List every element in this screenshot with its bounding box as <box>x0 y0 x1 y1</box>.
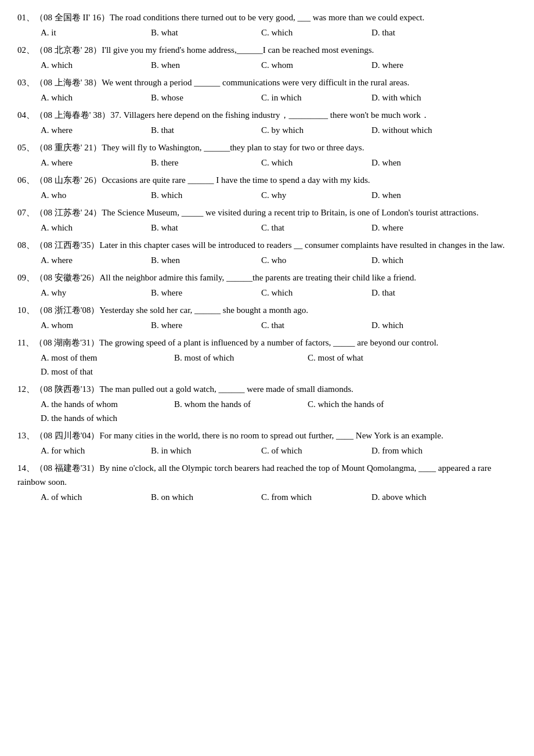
option-14-2: C. from which <box>261 490 366 504</box>
option-14-1: B. on which <box>151 490 255 504</box>
option-11-2: C. most of what <box>308 351 435 365</box>
question-text-11: 11、（08 湖南卷'31）The growing speed of a pla… <box>17 336 517 350</box>
option-09-1: B. where <box>151 286 255 300</box>
option-12-1: B. whom the hands of <box>174 397 302 411</box>
option-05-0: A. where <box>41 156 145 170</box>
option-04-3: D. without which <box>371 123 476 137</box>
question-block-13: 13、（08 四川卷'04）For many cities in the wor… <box>17 429 517 458</box>
option-13-2: C. of which <box>261 444 366 458</box>
option-02-1: B. when <box>151 58 255 72</box>
option-06-3: D. when <box>371 188 476 202</box>
option-02-3: D. where <box>371 58 476 72</box>
question-text-05: 05、（08 重庆卷' 21）They will fly to Washingt… <box>17 141 517 154</box>
option-07-3: D. where <box>371 221 476 235</box>
question-block-01: 01、（08 全国卷 II' 16）The road conditions th… <box>17 10 517 39</box>
question-block-14: 14、（08 福建卷'31）By nine o'clock, all the O… <box>17 461 517 504</box>
question-block-11: 11、（08 湖南卷'31）The growing speed of a pla… <box>17 336 517 379</box>
option-08-0: A. where <box>41 253 145 267</box>
option-12-3: D. the hands of which <box>41 411 168 425</box>
options-row-09: A. whyB. whereC. whichD. that <box>17 286 517 300</box>
option-08-3: D. which <box>371 253 476 267</box>
option-02-2: C. whom <box>261 58 366 72</box>
option-13-3: D. from which <box>371 444 476 458</box>
option-01-0: A. it <box>41 26 145 39</box>
options-row-06: A. whoB. whichC. whyD. when <box>17 188 517 202</box>
option-04-1: B. that <box>151 123 255 137</box>
options-row-12: A. the hands of whomB. whom the hands of… <box>17 397 517 425</box>
question-text-13: 13、（08 四川卷'04）For many cities in the wor… <box>17 429 517 442</box>
option-06-2: C. why <box>261 188 366 202</box>
options-row-02: A. whichB. whenC. whomD. where <box>17 58 517 72</box>
question-text-02: 02、（08 北京卷' 28）I'll give you my friend's… <box>17 43 517 57</box>
question-block-10: 10、（08 浙江卷'08）Yesterday she sold her car… <box>17 303 517 332</box>
option-01-2: C. which <box>261 26 366 39</box>
question-block-05: 05、（08 重庆卷' 21）They will fly to Washingt… <box>17 141 517 170</box>
option-10-3: D. which <box>371 318 476 332</box>
option-03-2: C. in which <box>261 91 366 105</box>
question-block-08: 08、（08 江西卷'35）Later in this chapter case… <box>17 238 517 267</box>
options-row-13: A. for whichB. in whichC. of whichD. fro… <box>17 444 517 458</box>
option-06-0: A. who <box>41 188 145 202</box>
options-row-11: A. most of themB. most of whichC. most o… <box>17 351 517 379</box>
options-row-05: A. whereB. thereC. whichD. when <box>17 156 517 170</box>
option-02-0: A. which <box>41 58 145 72</box>
options-row-10: A. whomB. whereC. thatD. which <box>17 318 517 332</box>
question-block-12: 12、（08 陕西卷'13）The man pulled out a gold … <box>17 382 517 425</box>
option-05-1: B. there <box>151 156 255 170</box>
option-10-1: B. where <box>151 318 255 332</box>
question-text-04: 04、（08 上海春卷' 38）37. Villagers here depen… <box>17 108 517 122</box>
options-row-14: A. of whichB. on whichC. from whichD. ab… <box>17 490 517 504</box>
option-04-0: A. where <box>41 123 145 137</box>
option-10-2: C. that <box>261 318 366 332</box>
question-text-03: 03、（08 上海卷' 38）We went through a period … <box>17 75 517 89</box>
option-01-1: B. what <box>151 26 255 39</box>
option-13-1: B. in which <box>151 444 255 458</box>
option-04-2: C. by which <box>261 123 366 137</box>
option-11-3: D. most of that <box>41 365 168 379</box>
question-text-10: 10、（08 浙江卷'08）Yesterday she sold her car… <box>17 303 517 317</box>
questions-container: 01、（08 全国卷 II' 16）The road conditions th… <box>17 10 517 504</box>
option-11-1: B. most of which <box>174 351 302 365</box>
question-text-07: 07、（08 江苏卷' 24）The Science Museum, _____… <box>17 206 517 219</box>
option-11-0: A. most of them <box>41 351 168 365</box>
options-row-08: A. whereB. whenC. whoD. which <box>17 253 517 267</box>
option-03-3: D. with which <box>371 91 476 105</box>
option-14-3: D. above which <box>371 490 476 504</box>
question-block-03: 03、（08 上海卷' 38）We went through a period … <box>17 75 517 105</box>
option-06-1: B. which <box>151 188 255 202</box>
options-row-03: A. whichB. whoseC. in whichD. with which <box>17 91 517 105</box>
options-row-04: A. whereB. thatC. by whichD. without whi… <box>17 123 517 137</box>
option-08-2: C. who <box>261 253 366 267</box>
option-14-0: A. of which <box>41 490 145 504</box>
option-13-0: A. for which <box>41 444 145 458</box>
option-05-2: C. which <box>261 156 366 170</box>
option-12-2: C. which the hands of <box>308 397 435 411</box>
question-block-07: 07、（08 江苏卷' 24）The Science Museum, _____… <box>17 206 517 235</box>
option-10-0: A. whom <box>41 318 145 332</box>
option-07-1: B. what <box>151 221 255 235</box>
question-text-01: 01、（08 全国卷 II' 16）The road conditions th… <box>17 10 517 24</box>
question-block-02: 02、（08 北京卷' 28）I'll give you my friend's… <box>17 43 517 72</box>
question-text-12: 12、（08 陕西卷'13）The man pulled out a gold … <box>17 382 517 396</box>
option-09-3: D. that <box>371 286 476 300</box>
question-block-06: 06、（08 山东卷' 26）Occasions are quite rare … <box>17 173 517 202</box>
question-text-06: 06、（08 山东卷' 26）Occasions are quite rare … <box>17 173 517 187</box>
option-08-1: B. when <box>151 253 255 267</box>
question-text-09: 09、（08 安徽卷'26）All the neighbor admire th… <box>17 271 517 285</box>
option-03-1: B. whose <box>151 91 255 105</box>
options-row-01: A. itB. whatC. whichD. that <box>17 26 517 39</box>
question-block-09: 09、（08 安徽卷'26）All the neighbor admire th… <box>17 271 517 300</box>
question-block-04: 04、（08 上海春卷' 38）37. Villagers here depen… <box>17 108 517 137</box>
option-07-0: A. which <box>41 221 145 235</box>
question-text-14: 14、（08 福建卷'31）By nine o'clock, all the O… <box>17 461 517 489</box>
option-09-0: A. why <box>41 286 145 300</box>
option-12-0: A. the hands of whom <box>41 397 168 411</box>
option-05-3: D. when <box>371 156 476 170</box>
option-03-0: A. which <box>41 91 145 105</box>
options-row-07: A. whichB. whatC. thatD. where <box>17 221 517 235</box>
option-01-3: D. that <box>371 26 476 39</box>
question-text-08: 08、（08 江西卷'35）Later in this chapter case… <box>17 238 517 252</box>
option-09-2: C. which <box>261 286 366 300</box>
option-07-2: C. that <box>261 221 366 235</box>
